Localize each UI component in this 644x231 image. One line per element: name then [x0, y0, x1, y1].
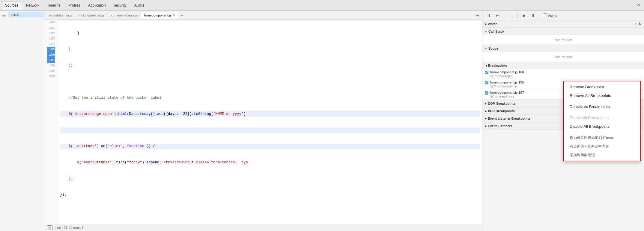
bp-info-2: form-component.js:195 $('#reportrange sp — [490, 80, 524, 88]
code-lines[interactable]: } } ); //Set the initial state of the pi… — [58, 20, 482, 224]
bp-checkbox-2[interactable] — [485, 81, 488, 84]
tab-close-icon[interactable]: ✕ — [173, 13, 175, 17]
toolbar-separator — [517, 13, 517, 18]
watch-refresh-icon[interactable]: ↻ — [639, 22, 642, 26]
event-listener-triangle-icon: ▶ — [485, 117, 487, 120]
ctx-separator-2 — [564, 111, 640, 113]
code-line-199: }); — [60, 176, 480, 181]
code-line-195: $('#reportrange span').html(Date.today()… — [60, 111, 480, 117]
nav-network[interactable]: Network — [22, 1, 43, 10]
call-stack-header[interactable]: ▼ Call Stack — [482, 28, 644, 35]
call-stack-section: ▼ Call Stack Not Paused — [482, 28, 644, 45]
scope-section: ▼ Scope Not Paused — [482, 45, 644, 62]
file-tree-item-minjs[interactable]: min.js — [8, 12, 44, 17]
code-line-194: //Set the initial state of the picker la… — [60, 95, 480, 101]
bp-file-1: form-component.js:160 — [490, 70, 524, 74]
ctx-separator-1 — [564, 100, 640, 102]
tab-bootstrap[interactable]: bootstrap.min.js — [46, 12, 76, 19]
breakpoints-label: Breakpoints — [488, 64, 507, 67]
bp-checkbox-3[interactable] — [485, 91, 488, 95]
line-numbers: 190 191 192 193 194 195 196 197 198 199 … — [44, 20, 58, 224]
call-stack-label: Call Stack — [488, 30, 504, 33]
watch-header[interactable]: ▶ Watch + ↻ — [482, 20, 644, 28]
event-listener-breakpoints-label: Event Listener Breakpoints — [488, 117, 530, 120]
pause-exceptions-button[interactable]: ⏸ — [529, 13, 537, 19]
async-checkbox-group: Async — [543, 13, 557, 17]
code-line-196 — [60, 127, 480, 133]
watch-add-icon[interactable]: + — [635, 21, 637, 27]
file-tree: min.js — [8, 11, 44, 231]
code-line-200: }); — [60, 192, 480, 197]
watch-section: ▶ Watch + ↻ — [482, 20, 644, 28]
status-bar: {} Line 197, Column 1 — [44, 224, 482, 231]
tab-common-scripts[interactable]: common-scripts.js — [108, 12, 141, 19]
code-editor: bootstrap.min.js include.preload.js comm… — [44, 11, 482, 231]
dom-breakpoints-label: DOM Breakpoints — [488, 102, 515, 105]
context-menu: Remove Breakpoint Remove All Breakpoints… — [563, 81, 641, 161]
watch-label: Watch — [488, 22, 498, 26]
ctx-itunes[interactable]: 作为语音轨道添加到 iTunes — [564, 133, 640, 142]
cursor-position: Line 197, Column 1 — [55, 226, 83, 230]
nav-security[interactable]: Security — [110, 1, 130, 10]
ctx-disable-all-breakpoints[interactable]: Disable All Breakpoints — [564, 122, 640, 131]
breakpoints-header[interactable]: ▼ Breakpoints — [482, 62, 644, 69]
pause-button[interactable]: ⏸ — [485, 13, 493, 19]
bp-code-3: $('.outtradd').on( — [490, 95, 524, 98]
bp-code-1: $('.reportrange'). — [490, 74, 524, 78]
ctx-deactivate-breakpoints[interactable]: Deactivate Breakpoints — [564, 102, 640, 111]
step-up-button[interactable]: ↑ — [509, 13, 515, 19]
code-line-193 — [60, 79, 480, 84]
code-line-191: } — [60, 47, 480, 52]
code-line-190: } — [60, 31, 480, 36]
event-listeners-triangle-icon: ▶ — [485, 125, 487, 127]
nav-sources[interactable]: Sources — [1, 1, 22, 10]
more-icon[interactable]: ⋮ — [630, 2, 634, 8]
toolbar-separator-2 — [539, 13, 539, 18]
breakpoints-triangle-icon: ▼ — [485, 64, 488, 67]
main-layout: ☰ min.js bootstrap.min.js include.preloa… — [0, 11, 644, 231]
scope-triangle-icon: ▼ — [485, 47, 487, 50]
code-line-192: ); — [60, 63, 480, 68]
nav-audits[interactable]: Audits — [130, 1, 148, 10]
breakpoint-item-1: form-component.js:160 $('.reportrange'). — [482, 69, 644, 79]
step-over-back-button[interactable]: ↩ — [494, 13, 501, 19]
nav-application[interactable]: Application — [84, 1, 110, 10]
status-format-icon[interactable]: {} — [47, 225, 52, 230]
ctx-evernote[interactable]: 添加到印象笔记 — [564, 151, 640, 159]
async-checkbox[interactable] — [543, 13, 547, 17]
ctx-youdao[interactable]: 有道词典 • 查询选中内容 — [564, 142, 640, 151]
bp-file-2: form-component.js:195 — [490, 80, 524, 84]
tab-preload[interactable]: include.preload.js — [76, 12, 108, 19]
tab-overflow-btn[interactable]: » — [178, 12, 185, 19]
nav-timeline[interactable]: Timeline — [43, 1, 64, 10]
scope-label: Scope — [488, 47, 498, 50]
ctx-enable-all-breakpoints[interactable]: Enable All Breakpoints — [564, 113, 640, 122]
watch-triangle-icon: ▶ — [485, 23, 487, 25]
sidebar-toggle-icon[interactable]: ☰ — [2, 13, 6, 18]
step-down-button[interactable]: ↓ — [502, 13, 508, 19]
debugger-toolbar: ⏸ ↩ ↓ ↑ ⏮ ⏸ Async — [482, 11, 644, 20]
code-line-197: $('.outtradd').on("click", function () { — [60, 144, 480, 149]
tab-expand-icon[interactable]: ⇥ — [474, 12, 481, 18]
ctx-divider — [564, 132, 640, 132]
call-stack-triangle-icon: ▼ — [485, 30, 487, 33]
ctx-remove-all-breakpoints[interactable]: Remove All Breakpoints — [564, 91, 640, 100]
bp-info-1: form-component.js:160 $('.reportrange'). — [490, 70, 524, 78]
xhr-breakpoints-label: XHR Breakpoints — [488, 109, 515, 113]
tab-actions: ⇥ — [474, 12, 481, 18]
xhr-triangle-icon: ▶ — [485, 110, 487, 113]
nav-profiles[interactable]: Profiles — [64, 1, 84, 10]
bp-checkbox-1[interactable] — [485, 71, 488, 74]
scope-header[interactable]: ▼ Scope — [482, 45, 644, 52]
code-content[interactable]: 190 191 192 193 194 195 196 197 198 199 … — [44, 20, 482, 224]
call-stack-content: Not Paused — [482, 35, 644, 45]
close-icon[interactable]: ✕ — [637, 2, 640, 8]
bp-file-3: form-component.js:197 — [490, 91, 524, 94]
event-listeners-label: Event Listeners — [488, 124, 512, 128]
scope-content: Not Paused — [482, 52, 644, 62]
tab-form-component[interactable]: form-component.js ✕ — [141, 12, 178, 19]
scope-status: Not Paused — [482, 53, 644, 60]
deactivate-button[interactable]: ⏮ — [520, 13, 528, 19]
dom-triangle-icon: ▶ — [485, 102, 487, 105]
ctx-remove-breakpoint[interactable]: Remove Breakpoint — [564, 83, 640, 91]
